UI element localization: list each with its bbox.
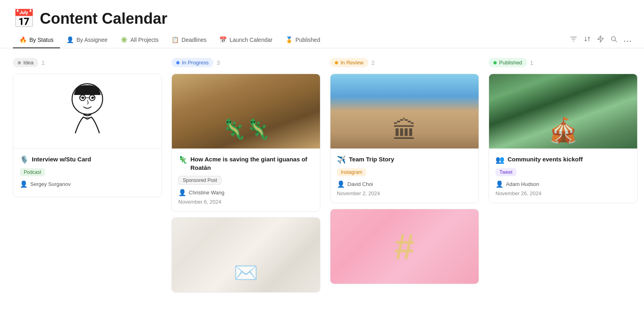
column-in-review: In Review 2 ✈️ Team Trip Story Instagram… [330, 58, 479, 298]
column-published: Published 1 👥 Community events kickoff T… [489, 58, 638, 298]
tab-launch-calendar-label: Launch Calendar [229, 37, 272, 43]
card-body: 🎙️ Interview w/Stu Card Podcast 👤 Sergey… [13, 148, 161, 197]
card-hashtag-image [330, 209, 479, 284]
status-badge-published: Published [489, 58, 527, 67]
card-community-events[interactable]: 👥 Community events kickoff Tweet 👤 Adam … [489, 74, 638, 203]
card-title-row: ✈️ Team Trip Story [337, 155, 472, 164]
card-tag: Instagram [337, 168, 366, 176]
card-title: Community events kickoff [508, 155, 583, 163]
page-title: Content Calendar [40, 10, 167, 27]
card-date: November 26, 2024 [495, 190, 631, 196]
author-name: Sergey Surganov [30, 181, 70, 187]
board: Idea 1 [0, 48, 644, 308]
column-inprogress-header: In Progress 3 [171, 58, 320, 67]
status-badge-inprogress: In Progress [171, 58, 213, 67]
idea-label: Idea [23, 60, 33, 66]
card-tag: Podcast [20, 168, 45, 176]
status-badge-inreview: In Review [330, 58, 368, 67]
card-team-trip-body: ✈️ Team Trip Story Instagram 👤 David Cho… [330, 148, 479, 203]
asterisk-icon: ✳️ [120, 36, 128, 43]
check-badge-icon: 🏅 [285, 36, 293, 43]
tab-published[interactable]: 🏅 Published [279, 32, 327, 48]
card-emoji: 🎙️ [20, 155, 29, 164]
column-idea: Idea 1 [13, 58, 162, 298]
tab-by-status[interactable]: 🔥 By Status [13, 32, 60, 48]
author-name: Adam Hudson [506, 181, 539, 187]
card-iguanas-image [172, 74, 320, 148]
card-tag: Tweet [495, 168, 516, 176]
sort-button[interactable] [584, 35, 591, 45]
person-icon: 👤 [66, 36, 74, 43]
card-title-row: 🦎 How Acme is saving the giant iguanas o… [178, 155, 314, 172]
tab-by-status-label: By Status [29, 37, 54, 43]
inreview-count: 2 [372, 60, 375, 66]
card-architecture-image [330, 74, 479, 148]
fire-icon: 🔥 [19, 36, 27, 43]
card-date: November 2, 2024 [337, 190, 472, 196]
card-author: 👤 Adam Hudson [495, 180, 631, 188]
tab-by-assignee-label: By Assignee [76, 37, 107, 43]
card-title: Team Trip Story [349, 155, 394, 163]
card-festival-image [489, 74, 637, 148]
nav-tabs: 🔥 By Status 👤 By Assignee ✳️ All Project… [0, 32, 644, 48]
author-name: Christine Wang [189, 190, 224, 196]
card-tag: Sponsored Post [178, 176, 221, 185]
card-title: Interview w/Stu Card [32, 155, 91, 163]
page-icon: 📅 [13, 10, 35, 27]
nav-actions [570, 35, 631, 45]
card-iguanas[interactable]: 🦎 How Acme is saving the giant iguanas o… [171, 74, 320, 212]
column-published-header: Published 1 [489, 58, 638, 67]
tab-deadlines-label: Deadlines [182, 37, 206, 43]
column-in-progress: In Progress 3 🦎 How Acme is saving the g… [171, 58, 320, 298]
calendar-icon: 📅 [219, 36, 227, 43]
author-icon: 👤 [495, 180, 504, 188]
card-author: 👤 Sergey Surganov [20, 180, 155, 188]
inprogress-count: 3 [217, 60, 220, 66]
filter-button[interactable] [570, 35, 577, 45]
inreview-dot [335, 61, 338, 64]
tab-by-assignee[interactable]: 👤 By Assignee [60, 32, 114, 48]
card-envelopes[interactable] [171, 217, 320, 293]
author-icon: 👤 [20, 180, 28, 188]
author-icon: 👤 [178, 189, 186, 196]
card-title-row: 👥 Community events kickoff [495, 155, 631, 164]
tab-all-projects[interactable]: ✳️ All Projects [114, 32, 165, 48]
card-author: 👤 David Choi [337, 180, 472, 188]
author-name: David Choi [347, 181, 373, 187]
published-count: 1 [530, 60, 533, 66]
tab-deadlines[interactable]: 📋 Deadlines [165, 32, 213, 48]
card-author: 👤 Christine Wang [178, 189, 314, 196]
card-hashtag[interactable] [330, 209, 479, 284]
card-iguanas-body: 🦎 How Acme is saving the giant iguanas o… [172, 148, 320, 211]
card-title: How Acme is saving the giant iguanas of … [190, 155, 314, 172]
card-emoji: ✈️ [337, 155, 346, 164]
card-date: November 6, 2024 [178, 199, 314, 205]
tab-all-projects-label: All Projects [130, 37, 159, 43]
idea-dot [18, 61, 21, 64]
svg-point-1 [624, 41, 625, 42]
card-envelopes-image [172, 218, 320, 292]
card-community-body: 👥 Community events kickoff Tweet 👤 Adam … [489, 148, 637, 203]
svg-point-2 [627, 41, 628, 42]
tab-published-label: Published [295, 37, 320, 43]
author-icon: 👤 [337, 180, 345, 188]
page-header: 📅 Content Calendar [0, 0, 644, 32]
status-badge-idea: Idea [13, 58, 38, 67]
search-button[interactable] [610, 35, 617, 45]
svg-point-3 [630, 41, 631, 42]
more-button[interactable] [624, 36, 631, 44]
card-team-trip[interactable]: ✈️ Team Trip Story Instagram 👤 David Cho… [330, 74, 479, 203]
inprogress-dot [176, 61, 180, 64]
idea-count: 1 [41, 60, 45, 66]
lightning-button[interactable] [597, 35, 604, 45]
card-title-row: 🎙️ Interview w/Stu Card [20, 155, 155, 164]
card-interview-stu[interactable]: 🎙️ Interview w/Stu Card Podcast 👤 Sergey… [13, 74, 162, 197]
tab-launch-calendar[interactable]: 📅 Launch Calendar [213, 32, 279, 48]
card-emoji: 🦎 [178, 155, 187, 164]
card-sketch-image [13, 74, 161, 148]
card-emoji: 👥 [495, 155, 504, 164]
column-inreview-header: In Review 2 [330, 58, 479, 67]
published-label: Published [499, 60, 522, 66]
clipboard-icon: 📋 [171, 36, 179, 43]
inreview-label: In Review [341, 60, 363, 66]
